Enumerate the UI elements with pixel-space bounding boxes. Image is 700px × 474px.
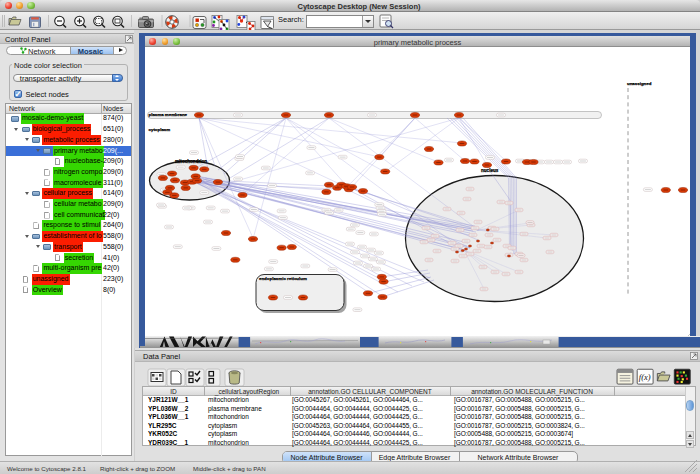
svg-text:endoplasmic reticulum: endoplasmic reticulum — [259, 276, 307, 281]
svg-text:plasma membrane: plasma membrane — [149, 112, 188, 117]
svg-text:nucleus: nucleus — [481, 168, 499, 173]
svg-text:cytoplasm: cytoplasm — [149, 127, 171, 132]
svg-text:mitochondrion: mitochondrion — [175, 159, 207, 164]
svg-text:f(x): f(x) — [639, 372, 651, 382]
svg-text:unassigned: unassigned — [627, 81, 652, 86]
